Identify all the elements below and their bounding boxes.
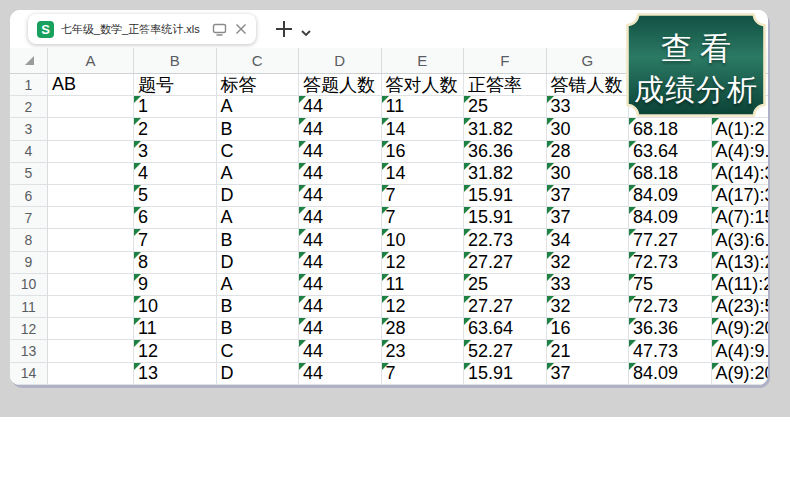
select-all-corner[interactable] <box>10 48 48 74</box>
column-header-B[interactable]: B <box>134 48 217 74</box>
cell-I10[interactable]: A(11):2 <box>712 274 769 296</box>
cell-C2[interactable]: A <box>217 96 300 118</box>
cell-D3[interactable]: 44 <box>299 118 382 140</box>
cell-B2[interactable]: 1 <box>134 96 217 118</box>
cell-E4[interactable]: 16 <box>382 141 465 163</box>
cell-H10[interactable]: 75 <box>629 274 712 296</box>
cell-G8[interactable]: 34 <box>547 229 630 251</box>
cell-I11[interactable]: A(23):5 <box>712 296 769 318</box>
cell-I3[interactable]: A(1):2 <box>712 118 769 140</box>
cell-C5[interactable]: A <box>217 163 300 185</box>
cell-F10[interactable]: 25 <box>464 274 547 296</box>
document-tab[interactable]: S 七年级_数学_正答率统计.xls <box>28 14 256 44</box>
cell-F11[interactable]: 27.27 <box>464 296 547 318</box>
cell-B12[interactable]: 11 <box>134 318 217 340</box>
cell-H6[interactable]: 84.09 <box>629 185 712 207</box>
cell-B5[interactable]: 4 <box>134 163 217 185</box>
cell-E11[interactable]: 12 <box>382 296 465 318</box>
cell-D11[interactable]: 44 <box>299 296 382 318</box>
cell-B3[interactable]: 2 <box>134 118 217 140</box>
row-header-12[interactable]: 12 <box>10 318 48 340</box>
cell-I12[interactable]: A(9):20 <box>712 318 769 340</box>
cell-F1[interactable]: 正答率 <box>464 74 547 96</box>
column-header-E[interactable]: E <box>382 48 465 74</box>
cell-E8[interactable]: 10 <box>382 229 465 251</box>
cell-G12[interactable]: 16 <box>547 318 630 340</box>
cell-E1[interactable]: 答对人数 <box>382 74 465 96</box>
cell-A3[interactable] <box>48 118 134 140</box>
cell-C6[interactable]: D <box>217 185 300 207</box>
cell-I7[interactable]: A(7):15 <box>712 207 769 229</box>
row-header-6[interactable]: 6 <box>10 185 48 207</box>
cell-D13[interactable]: 44 <box>299 340 382 362</box>
cell-E13[interactable]: 23 <box>382 340 465 362</box>
cell-G5[interactable]: 30 <box>547 163 630 185</box>
cell-C9[interactable]: D <box>217 252 300 274</box>
cell-F13[interactable]: 52.27 <box>464 340 547 362</box>
column-header-C[interactable]: C <box>217 48 300 74</box>
cell-D2[interactable]: 44 <box>299 96 382 118</box>
cell-F14[interactable]: 15.91 <box>464 363 547 385</box>
cell-E3[interactable]: 14 <box>382 118 465 140</box>
cell-F3[interactable]: 31.82 <box>464 118 547 140</box>
monitor-icon[interactable] <box>212 23 227 36</box>
view-score-analysis-badge[interactable]: 查看 成绩分析 <box>625 12 767 118</box>
row-header-2[interactable]: 2 <box>10 96 48 118</box>
cell-A13[interactable] <box>48 340 134 362</box>
row-header-13[interactable]: 13 <box>10 340 48 362</box>
cell-C10[interactable]: A <box>217 274 300 296</box>
row-header-10[interactable]: 10 <box>10 274 48 296</box>
cell-C8[interactable]: B <box>217 229 300 251</box>
cell-D5[interactable]: 44 <box>299 163 382 185</box>
cell-F4[interactable]: 36.36 <box>464 141 547 163</box>
cell-D8[interactable]: 44 <box>299 229 382 251</box>
cell-C14[interactable]: D <box>217 363 300 385</box>
cell-F7[interactable]: 15.91 <box>464 207 547 229</box>
cell-H7[interactable]: 84.09 <box>629 207 712 229</box>
cell-D14[interactable]: 44 <box>299 363 382 385</box>
cell-A7[interactable] <box>48 207 134 229</box>
cell-I13[interactable]: A(4):9. <box>712 340 769 362</box>
cell-B7[interactable]: 6 <box>134 207 217 229</box>
cell-F5[interactable]: 31.82 <box>464 163 547 185</box>
cell-H12[interactable]: 36.36 <box>629 318 712 340</box>
cell-I9[interactable]: A(13):2 <box>712 252 769 274</box>
row-header-1[interactable]: 1 <box>10 74 48 96</box>
cell-B13[interactable]: 12 <box>134 340 217 362</box>
cell-D12[interactable]: 44 <box>299 318 382 340</box>
cell-B11[interactable]: 10 <box>134 296 217 318</box>
cell-G1[interactable]: 答错人数 <box>547 74 630 96</box>
cell-F8[interactable]: 22.73 <box>464 229 547 251</box>
cell-G10[interactable]: 33 <box>547 274 630 296</box>
cell-B9[interactable]: 8 <box>134 252 217 274</box>
cell-C13[interactable]: C <box>217 340 300 362</box>
cell-D7[interactable]: 44 <box>299 207 382 229</box>
cell-A10[interactable] <box>48 274 134 296</box>
cell-C4[interactable]: C <box>217 141 300 163</box>
cell-F6[interactable]: 15.91 <box>464 185 547 207</box>
column-header-D[interactable]: D <box>299 48 382 74</box>
cell-A1[interactable]: AB <box>48 74 134 96</box>
close-tab-icon[interactable] <box>235 23 247 35</box>
cell-H14[interactable]: 84.09 <box>629 363 712 385</box>
cell-B14[interactable]: 13 <box>134 363 217 385</box>
cell-A12[interactable] <box>48 318 134 340</box>
cell-C12[interactable]: B <box>217 318 300 340</box>
cell-I14[interactable]: A(9):20 <box>712 363 769 385</box>
row-header-11[interactable]: 11 <box>10 296 48 318</box>
cell-G11[interactable]: 32 <box>547 296 630 318</box>
cell-F12[interactable]: 63.64 <box>464 318 547 340</box>
cell-H8[interactable]: 77.27 <box>629 229 712 251</box>
cell-H13[interactable]: 47.73 <box>629 340 712 362</box>
cell-G14[interactable]: 37 <box>547 363 630 385</box>
cell-C7[interactable]: A <box>217 207 300 229</box>
cell-G3[interactable]: 30 <box>547 118 630 140</box>
tab-list-button[interactable] <box>300 23 312 41</box>
cell-C11[interactable]: B <box>217 296 300 318</box>
cell-E7[interactable]: 7 <box>382 207 465 229</box>
row-header-8[interactable]: 8 <box>10 229 48 251</box>
cell-G6[interactable]: 37 <box>547 185 630 207</box>
column-header-A[interactable]: A <box>48 48 134 74</box>
cell-G7[interactable]: 37 <box>547 207 630 229</box>
row-header-7[interactable]: 7 <box>10 207 48 229</box>
